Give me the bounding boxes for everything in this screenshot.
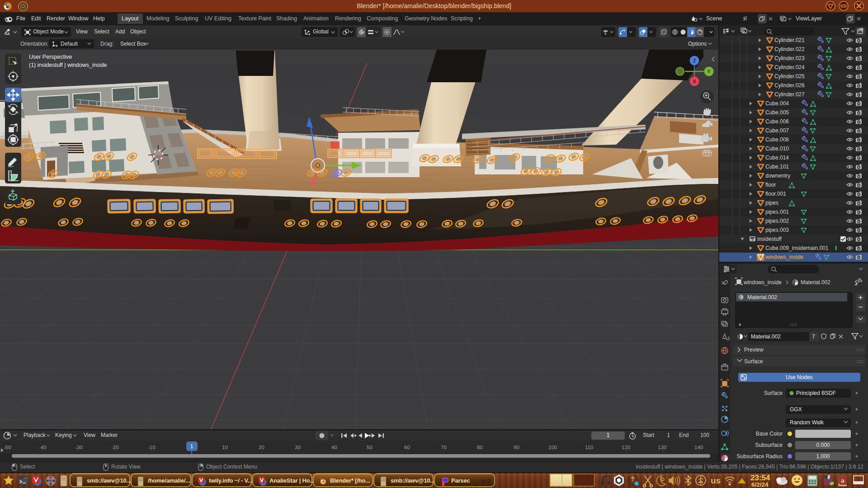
svg-text:Cube.014: Cube.014: [765, 155, 789, 161]
svg-text:floor.001: floor.001: [765, 191, 786, 197]
svg-text:Cube.005: Cube.005: [765, 109, 789, 116]
svg-text:pipes.002: pipes.002: [765, 218, 789, 224]
svg-text:downentry: downentry: [765, 173, 790, 179]
svg-text:1: 1: [190, 443, 193, 450]
svg-text:us: us: [711, 476, 721, 485]
svg-text:pipes: pipes: [765, 200, 778, 206]
svg-text:Cube.009_insidemain.001: Cube.009_insidemain.001: [765, 245, 829, 251]
svg-text:Cube.010: Cube.010: [765, 145, 789, 152]
svg-text:Cube.007: Cube.007: [765, 127, 789, 134]
svg-text:Cylinder.022: Cylinder.022: [774, 46, 805, 52]
svg-text:6/2/24: 6/2/24: [751, 481, 769, 488]
svg-text:Cube.004: Cube.004: [765, 100, 789, 107]
svg-text:Cylinder.024: Cylinder.024: [774, 64, 805, 70]
svg-text:pipes.001: pipes.001: [765, 209, 789, 215]
svg-text:floor: floor: [765, 182, 776, 188]
svg-text:pipes.003: pipes.003: [765, 227, 789, 233]
svg-text:Cylinder.025: Cylinder.025: [774, 73, 805, 80]
svg-text:insidestuff: insidestuff: [757, 236, 782, 242]
svg-text:Cylinder.021: Cylinder.021: [774, 37, 805, 43]
svg-text:a: a: [841, 477, 844, 484]
svg-text:Cylinder.023: Cylinder.023: [774, 55, 805, 61]
svg-text:Cylinder.027: Cylinder.027: [774, 91, 805, 98]
svg-text:Y: Y: [707, 69, 711, 74]
svg-text:User Perspective: User Perspective: [29, 54, 72, 60]
svg-text:Z: Z: [693, 58, 696, 63]
svg-text:Cylinder.026: Cylinder.026: [774, 82, 805, 89]
svg-text:Cube.006: Cube.006: [765, 118, 789, 125]
svg-text:X: X: [693, 79, 696, 84]
svg-text:Cube.008: Cube.008: [765, 136, 789, 143]
svg-text:Cube.101: Cube.101: [765, 164, 789, 170]
svg-text:windows_inside: windows_inside: [765, 254, 803, 260]
svg-text:(1) insidestuff | windows_insi: (1) insidestuff | windows_inside: [29, 62, 107, 68]
